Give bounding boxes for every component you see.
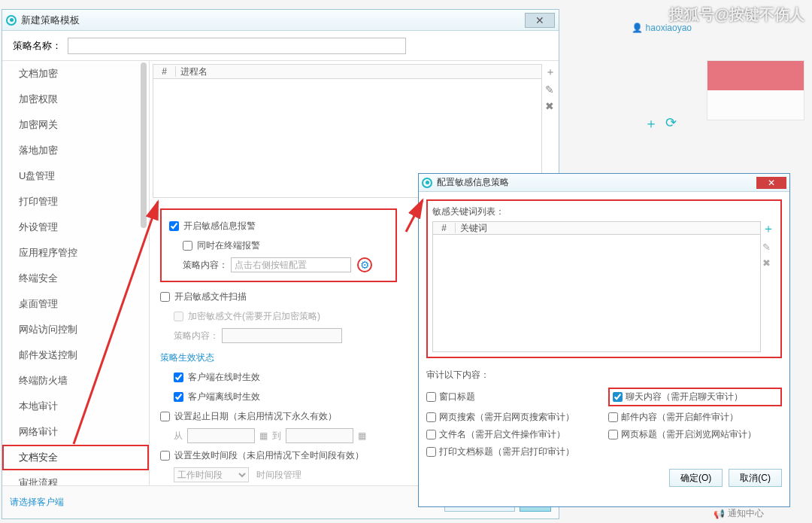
- policy-name-row: 策略名称：: [2, 31, 559, 61]
- edit-icon[interactable]: ✎: [545, 84, 556, 96]
- sidebar-item-5[interactable]: 打印管理: [2, 189, 149, 214]
- policy-name-label: 策略名称：: [13, 39, 62, 53]
- dialog-title: 配置敏感信息策略: [437, 176, 756, 189]
- policy-content-input[interactable]: [231, 257, 351, 272]
- sidebar-item-13[interactable]: 本地审计: [2, 394, 149, 419]
- worktime-select: 工作时间段: [174, 467, 249, 482]
- sensitive-config-dialog: 配置敏感信息策略 ✕ 敏感关键词列表： # 关键词 ＋ ✎ ✖ 审计以下内容：: [418, 173, 790, 507]
- sidebar-item-14[interactable]: 网络审计: [2, 419, 149, 445]
- notification-center[interactable]: 📢 通知中心: [714, 507, 764, 520]
- sidebar-item-4[interactable]: U盘管理: [2, 163, 149, 189]
- dialog-icon: [422, 178, 432, 188]
- policy-name-input[interactable]: [68, 38, 406, 54]
- refresh-icon: ⟳: [665, 114, 677, 132]
- delete-keyword-icon[interactable]: ✖: [762, 257, 774, 269]
- dialog-cancel-button[interactable]: 取消(C): [729, 469, 782, 487]
- keyword-list-box: 敏感关键词列表： # 关键词 ＋ ✎ ✖: [426, 199, 782, 358]
- edit-keyword-icon[interactable]: ✎: [762, 242, 774, 253]
- enable-alarm-checkbox[interactable]: [169, 221, 179, 231]
- chk-web-search[interactable]: 网页搜索（需开启网页搜索审计）: [426, 411, 601, 424]
- sidebar-item-1[interactable]: 加密权限: [2, 87, 149, 112]
- sidebar-item-7[interactable]: 应用程序管控: [2, 240, 149, 266]
- close-button[interactable]: ✕: [525, 13, 555, 28]
- sidebar-item-6[interactable]: 外设管理: [2, 214, 149, 240]
- enable-scan-checkbox[interactable]: [160, 292, 170, 302]
- sidebar: 文档加密加密权限加密网关落地加密U盘管理打印管理外设管理应用程序管控终端安全桌面…: [2, 61, 150, 518]
- sidebar-item-3[interactable]: 落地加密: [2, 138, 149, 163]
- watermark: 搜狐号@按键不伤人: [669, 5, 804, 25]
- offline-checkbox[interactable]: [174, 392, 183, 402]
- sidebar-item-0[interactable]: 文档加密: [2, 61, 149, 87]
- bg-thumbnail: [707, 60, 804, 120]
- delete-icon[interactable]: ✖: [545, 100, 556, 112]
- date-from: [187, 428, 255, 443]
- app-icon: [6, 15, 17, 26]
- terminal-alarm-checkbox[interactable]: [183, 241, 192, 251]
- select-client-link[interactable]: 请选择客户端: [10, 496, 64, 509]
- gear-icon[interactable]: ⚙: [357, 257, 372, 272]
- audit-label: 审计以下内容：: [426, 369, 782, 382]
- sidebar-item-10[interactable]: 网站访问控制: [2, 317, 149, 342]
- bg-toolbar-icons: ＋⟳: [644, 114, 677, 132]
- titlebar: 新建策略模板 ✕: [2, 10, 559, 31]
- timeslot-checkbox[interactable]: [160, 451, 170, 461]
- sidebar-item-2[interactable]: 加密网关: [2, 112, 149, 138]
- add-icon[interactable]: ＋: [545, 65, 556, 79]
- policy-content2-input: [222, 328, 342, 343]
- add-keyword-icon[interactable]: ＋: [762, 221, 774, 237]
- date-range-checkbox[interactable]: [160, 412, 170, 421]
- dialog-close-button[interactable]: ✕: [756, 177, 786, 189]
- window-title: 新建策略模板: [21, 14, 525, 27]
- chk-web-title[interactable]: 网页标题（需开启浏览网站审计）: [608, 428, 783, 441]
- sidebar-item-15[interactable]: 文档安全: [2, 445, 149, 470]
- dialog-ok-button[interactable]: 确定(O): [669, 469, 723, 487]
- online-checkbox[interactable]: [174, 372, 183, 382]
- sidebar-item-9[interactable]: 桌面管理: [2, 291, 149, 317]
- chk-window-title[interactable]: 窗口标题: [426, 388, 601, 406]
- chk-chat-content[interactable]: 聊天内容（需开启聊天审计）: [608, 388, 783, 406]
- sidebar-item-11[interactable]: 邮件发送控制: [2, 342, 149, 368]
- sidebar-item-12[interactable]: 终端防火墙: [2, 368, 149, 394]
- sensitive-alarm-box: 开启敏感信息报警 同时在终端报警 策略内容： ⚙: [160, 208, 397, 282]
- chk-file-name[interactable]: 文件名（需开启文件操作审计）: [426, 428, 601, 441]
- chk-print-title[interactable]: 打印文档标题（需开启打印审计）: [426, 445, 601, 458]
- chk-mail-content[interactable]: 邮件内容（需开启邮件审计）: [608, 411, 783, 424]
- plus-icon: ＋: [644, 114, 658, 132]
- date-to: [286, 428, 353, 443]
- encrypt-files-checkbox: [174, 312, 183, 321]
- keyword-table[interactable]: [432, 235, 761, 352]
- slot-manager-link: 时间段管理: [256, 469, 301, 482]
- process-table-header: # 进程名: [153, 64, 542, 79]
- sidebar-item-8[interactable]: 终端安全: [2, 266, 149, 291]
